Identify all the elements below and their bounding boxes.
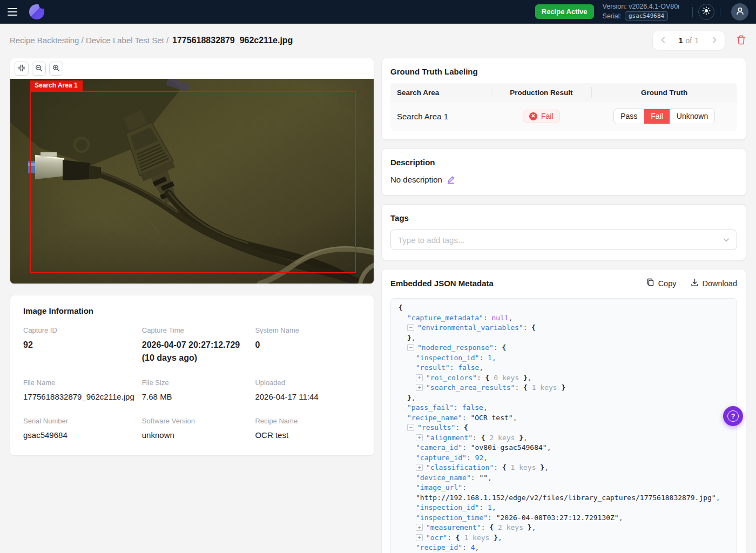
ground-truth-option-unknown[interactable]: Unknown [670,109,714,124]
fit-to-screen-button[interactable] [15,62,29,76]
collapse-node-icon[interactable]: − [407,424,414,431]
table-row: Search Area 1 ✕ Fail Pass Fail [390,102,737,131]
json-line: −"nodered_response": { [396,343,731,353]
json-line: "capture_metadata": null, [396,313,731,323]
info-field-file-size: File Size 7.68 MB [142,379,248,403]
info-field-system-name: System Name 0 [255,326,361,365]
download-json-button[interactable]: Download [691,278,738,288]
next-page-button[interactable] [706,32,723,49]
divider [720,7,720,17]
tags-title: Tags [390,213,737,222]
json-line: "recipe_name": "OCR test", [396,413,731,423]
fail-circle-x-icon: ✕ [529,112,537,120]
page-of-word: of [686,36,692,45]
breadcrumb[interactable]: Recipe Backtesting / Device Label Test S… [10,36,168,45]
json-code: {"capture_metadata": null,−"environmenta… [396,303,731,553]
json-line: "camera_id": "ov80i-gsac549684", [396,443,731,453]
json-line: "recipe_id": 4, [396,543,731,553]
search-area-name: Search Area 1 [390,105,491,127]
ground-truth-cell: Pass Fail Unknown [591,102,737,131]
expand-node-icon[interactable]: + [416,464,423,471]
info-field-uploaded: Uploaded 2026-04-17 11:44 [255,379,361,403]
sun-icon [702,6,711,17]
json-line: −"results": { [396,423,731,433]
zoom-out-button[interactable] [32,62,46,76]
description-title: Description [390,158,737,167]
json-line: "capture_id": 92, [396,453,731,463]
column-header-ground-truth: Ground Truth [591,83,737,102]
json-line: "result": false, [396,363,731,373]
fit-screen-icon [18,64,25,73]
description-card: Description No description [381,149,746,195]
top-navbar: Recipe Active Version: v2026.4.1-OV80i S… [0,0,756,24]
ground-truth-card: Ground Truth Labeling Search Area Produc… [381,58,746,140]
version-serial-block: Version: v2026.4.1-OV80i Serial: gsac549… [603,3,679,21]
help-button[interactable]: ? [723,406,743,426]
info-field-file-name: File Name 1775618832879_962c211e.jpg [23,379,134,403]
viewer-toolbar [10,58,374,79]
delete-image-button[interactable] [736,35,746,47]
app-logo[interactable] [29,4,44,19]
image-information-card: Image Information Capture ID 92 Capture … [10,295,374,456]
expand-node-icon[interactable]: + [416,524,423,531]
column-header-search-area: Search Area [390,83,491,102]
trash-icon [736,35,746,47]
json-line: }, [396,393,731,403]
theme-toggle-button[interactable] [698,4,714,20]
json-metadata-card: Embedded JSON Metadata Copy Download [381,269,746,553]
chevron-right-icon [711,36,718,45]
expand-node-icon[interactable]: + [416,374,423,381]
json-line: +"classification": { 1 keys }, [396,463,731,473]
info-field-software-version: Software Version unknown [142,417,248,441]
json-line: −"environmental_variables": { [396,323,731,333]
json-line: { [396,303,731,313]
tags-card: Tags [381,204,746,260]
production-fail-badge: ✕ Fail [523,110,560,123]
copy-json-button[interactable]: Copy [646,278,677,288]
json-line: "image_url": [396,483,731,493]
json-viewer[interactable]: {"capture_metadata": null,−"environmenta… [390,298,737,553]
expand-node-icon[interactable]: + [416,384,423,391]
image-information-grid: Capture ID 92 Capture Time 2026-04-07 20… [23,326,361,441]
search-area-label: Search Area 1 [30,80,83,91]
json-line: "pass_fail": false, [396,403,731,413]
zoom-in-button[interactable] [49,62,63,76]
total-pages: 1 [694,36,699,45]
page-title-filename: 1775618832879_962c211e.jpg [172,36,293,45]
prev-page-button[interactable] [655,32,671,49]
json-line: "http://192.168.1.152/edge/v2/files/libr… [396,493,731,503]
edit-description-icon[interactable] [447,176,455,184]
ground-truth-option-fail[interactable]: Fail [644,109,670,124]
info-field-capture-id: Capture ID 92 [23,326,134,365]
ground-truth-option-pass[interactable]: Pass [614,109,644,124]
collapse-node-icon[interactable]: − [407,324,414,331]
user-avatar-button[interactable] [731,3,748,21]
collapse-node-icon[interactable]: − [407,344,414,351]
zoom-in-icon [52,64,60,73]
inspection-photo[interactable]: Search Area 1 [10,79,374,284]
serial-label: Serial: [603,12,622,20]
json-line: +"ocr": { 1 keys }, [396,533,731,543]
search-area-bounding-box [30,91,356,273]
zoom-out-icon [35,64,43,73]
info-field-capture-time: Capture Time 2026-04-07 20:27:12.729 (10… [142,326,248,365]
tags-input[interactable] [390,230,737,250]
expand-node-icon[interactable]: + [416,434,423,441]
serial-value: gsac549684 [625,11,668,21]
recipe-active-badge: Recipe Active [535,4,594,19]
image-viewer-card: Search Area 1 [10,58,374,284]
copy-icon [646,278,654,288]
pagination-control: 1 of 1 [652,31,725,50]
info-field-serial-number: Serial Number gsac549684 [23,417,134,441]
hamburger-menu-icon[interactable] [8,5,22,19]
json-line: "inspection_id": 1, [396,503,731,513]
json-line: "inspection_time": "2026-04-08T03:27:12.… [396,513,731,523]
person-icon [735,6,745,17]
current-page-number: 1 [679,36,683,45]
json-line: +"alignment": { 2 keys }, [396,433,731,443]
json-line: "device_name": "", [396,473,731,483]
download-icon [691,278,699,288]
question-mark-icon: ? [727,410,739,422]
expand-node-icon[interactable]: + [416,534,423,541]
ground-truth-segmented-control: Pass Fail Unknown [613,109,715,124]
